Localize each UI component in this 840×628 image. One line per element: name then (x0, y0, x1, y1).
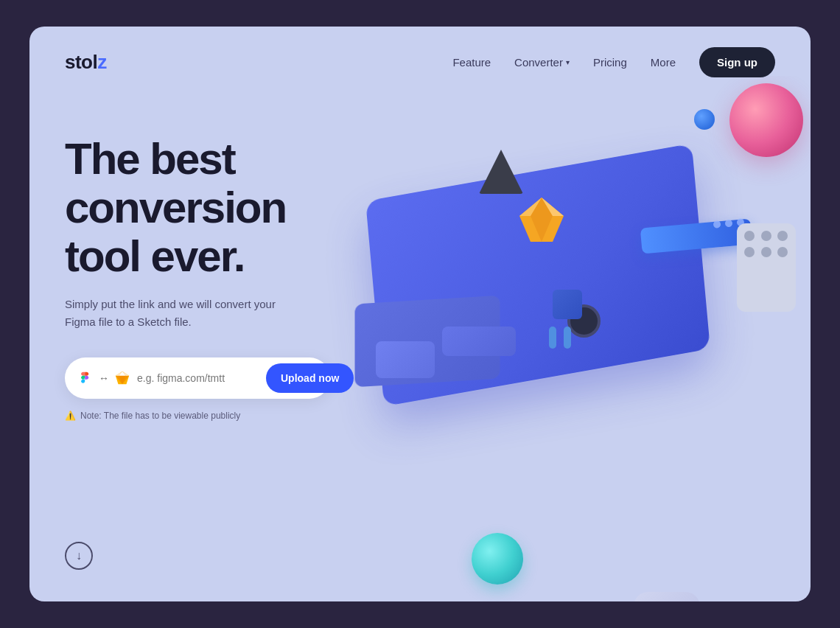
logo-accent: z (97, 51, 107, 73)
dot-1 (744, 231, 755, 241)
machine-leg-1 (549, 327, 556, 349)
hero-content: The best conversion tool ever. Simply pu… (65, 113, 374, 601)
bar-dot-1 (713, 220, 721, 228)
nav-links: Feature Converter ▾ Pricing More Sign up (452, 47, 775, 77)
nav-feature[interactable]: Feature (452, 56, 491, 69)
arrow-icon: ↔ (99, 372, 109, 384)
conversion-icons: ↔ (77, 369, 131, 387)
dot-3 (777, 231, 788, 241)
nav-more[interactable]: More (651, 56, 676, 69)
navbar: stolz Feature Converter ▾ Pricing More S… (29, 27, 811, 98)
nav-pricing[interactable]: Pricing (593, 56, 627, 69)
hero-title: The best conversion tool ever. (65, 135, 374, 281)
gem-main (516, 194, 567, 245)
machine-leg-2 (564, 327, 571, 349)
hero-section: The best conversion tool ever. Simply pu… (29, 98, 811, 601)
blue-dot (694, 109, 715, 130)
main-container: stolz Feature Converter ▾ Pricing More S… (29, 27, 811, 601)
machine-body (553, 290, 582, 319)
bar-dot-2 (725, 220, 733, 228)
platform-small-1 (376, 341, 435, 378)
note-text: Note: The file has to be viewable public… (80, 411, 240, 421)
chevron-down-icon: ▾ (566, 58, 570, 66)
hero-illustration (309, 76, 811, 601)
figma-icon (77, 369, 94, 387)
url-input-wrapper: ↔ Upload n (65, 357, 330, 399)
dot-2 (761, 231, 771, 241)
dot-6 (777, 247, 788, 257)
warning-icon: ⚠️ (65, 411, 76, 421)
sketch-icon (113, 369, 131, 387)
logo: stolz (65, 51, 107, 74)
cone-shape (479, 150, 523, 194)
dots-panel (737, 223, 796, 312)
url-input[interactable] (137, 372, 266, 384)
nav-converter[interactable]: Converter ▾ (514, 56, 570, 69)
dot-5 (761, 247, 771, 257)
note-area: ⚠️ Note: The file has to be viewable pub… (65, 411, 374, 421)
cloud-shape (634, 592, 700, 601)
hero-subtitle: Simply put the link and we will convert … (65, 296, 286, 331)
dot-4 (744, 247, 755, 257)
platform-small-2 (442, 327, 516, 356)
machine (545, 290, 589, 349)
gem-small-1 (567, 601, 588, 601)
signup-button[interactable]: Sign up (699, 47, 775, 77)
upload-button[interactable]: Upload now (266, 363, 354, 393)
sphere-teal (472, 533, 523, 585)
